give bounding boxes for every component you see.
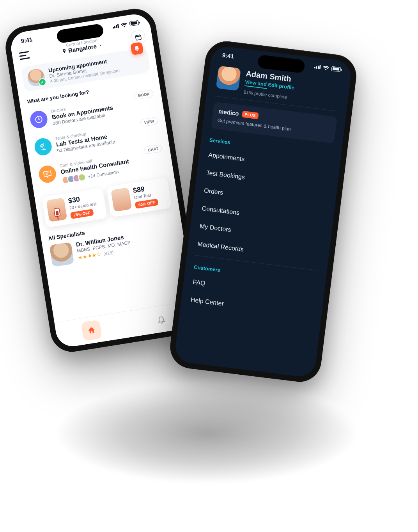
plus-badge: PLUS — [242, 111, 259, 119]
status-time: 9:41 — [222, 52, 234, 60]
home-screen: 9:41 Current Location Bangalore — [9, 12, 198, 349]
home-icon — [87, 325, 96, 335]
option-chip-view[interactable]: VIEW — [140, 117, 158, 127]
battery-icon — [331, 66, 341, 72]
offer-oral-test[interactable]: $89 Oral Test 60% OFF — [106, 177, 172, 217]
tab-home[interactable] — [81, 320, 102, 341]
wifi-icon — [322, 65, 329, 70]
premium-brand: medico — [218, 108, 239, 117]
phone-home: 9:41 Current Location Bangalore — [2, 6, 204, 355]
signal-icon — [112, 24, 119, 28]
status-icons — [112, 20, 139, 29]
battery-icon — [129, 20, 139, 26]
phone-profile: 9:41 Adam Smith View and Edit profile — [168, 39, 359, 384]
bell-icon — [156, 314, 166, 324]
blood-bag-icon — [46, 197, 67, 222]
review-count: (428) — [103, 250, 113, 256]
doctor-avatar — [27, 68, 46, 87]
signal-icon — [314, 64, 321, 69]
offer-blood-test[interactable]: $30 20+ Blood test 75% OFF — [42, 188, 107, 228]
specialist-avatar — [49, 242, 74, 267]
consultant-count: +14 Consultants — [88, 169, 119, 179]
wifi-icon — [120, 22, 128, 27]
tab-notifications[interactable] — [151, 308, 172, 330]
microscope-icon — [33, 137, 53, 157]
bell-icon — [133, 45, 140, 52]
option-chip-chat[interactable]: CHAT — [144, 144, 162, 155]
offer-badge: 60% OFF — [135, 199, 159, 209]
profile-avatar[interactable] — [216, 66, 241, 91]
calendar-icon — [134, 33, 142, 41]
option-chip-book[interactable]: BOOK — [134, 89, 154, 100]
offer-badge: 75% OFF — [70, 209, 94, 219]
premium-card[interactable]: medico PLUS Get premium features & healt… — [211, 102, 337, 144]
ground-shadow — [55, 383, 359, 484]
profile-screen: 9:41 Adam Smith View and Edit profile — [174, 45, 353, 378]
chevron-down-icon — [98, 43, 103, 48]
notification-button[interactable] — [130, 42, 143, 55]
chat-icon — [38, 164, 57, 184]
menu-icon[interactable] — [19, 51, 30, 60]
pin-icon — [62, 48, 67, 54]
status-icons — [314, 64, 341, 72]
svg-rect-0 — [135, 35, 141, 40]
teeth-icon — [111, 187, 132, 212]
status-time: 9:41 — [20, 36, 33, 44]
clock-icon — [29, 110, 48, 129]
